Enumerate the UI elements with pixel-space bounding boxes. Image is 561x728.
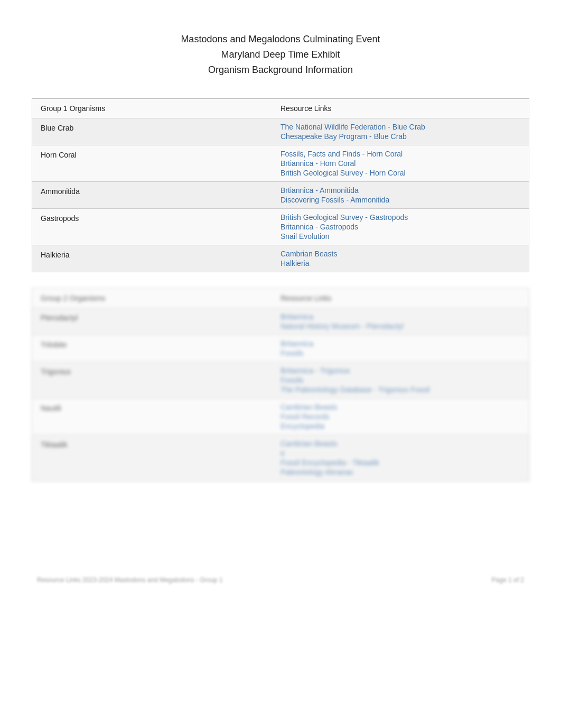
table-row: Tiktaalik Cambrian Beasts e Fossil Encyc… <box>32 435 529 481</box>
resource-links-bluecrab: The National Wildlife Federation - Blue … <box>280 123 520 141</box>
resource-links-trigonius: Britannica - Trigonius Fossils The Paleo… <box>280 366 520 394</box>
link-fossils-trigonius[interactable]: Fossils <box>280 376 520 384</box>
link-pd-trigonius[interactable]: The Paleontology Database - Trigonius Fo… <box>280 385 520 394</box>
table-row: Ammonitida Brtiannica - Ammonitida Disco… <box>32 181 529 208</box>
resource-links-ammonitida: Brtiannica - Ammonitida Discovering Foss… <box>280 186 520 204</box>
resource-links-halkieria: Cambrian Beasts Halkieria <box>280 250 520 268</box>
table-row: Pterodactyl Britannica Natural History M… <box>32 308 529 335</box>
link-bgs-horncoral[interactable]: British Geological Survey - Horn Coral <box>280 169 520 177</box>
footer: Resource Links 2023-2024 Mastodons and M… <box>32 576 529 584</box>
link-britannica-trilobite[interactable]: Britannica <box>280 339 520 348</box>
group1-table: Group 1 Organisms Resource Links Blue Cr… <box>32 98 529 272</box>
resource-links-pterodactyl: Britannica Natural History Museum - Pter… <box>280 312 520 330</box>
organism-name-gastropods: Gastropods <box>41 213 280 241</box>
link-fff-horncoral[interactable]: Fossils, Facts and Finds - Horn Coral <box>280 150 520 158</box>
header-line1: Mastodons and Megalodons Culminating Eve… <box>181 34 380 44</box>
resource-links-nautili: Cambrian Beasts Fossil Records Encyclope… <box>280 403 520 430</box>
link-bgs-gastropods[interactable]: British Geological Survey - Gastropods <box>280 213 520 222</box>
link-snailevolution[interactable]: Snail Evolution <box>280 232 520 241</box>
organism-name-tiktaalik: Tiktaalik <box>41 439 280 476</box>
group1-label: Group 1 Organisms <box>41 104 280 113</box>
link-enc-nautili[interactable]: Encyclopedia <box>280 422 520 430</box>
link-cb-tiktaalik[interactable]: Cambrian Beasts <box>280 439 520 448</box>
link-fe-tiktaalik[interactable]: Fossil Encyclopedia - Tiktaalik <box>280 458 520 467</box>
table-row: Nautili Cambrian Beasts Fossil Records E… <box>32 398 529 435</box>
link-britannica-ptero[interactable]: Britannica <box>280 312 520 321</box>
link-cb-nautili[interactable]: Cambrian Beasts <box>280 403 520 411</box>
group2-header-row: Group 2 Organisms Resource Links <box>32 289 529 308</box>
header-line3: Organism Background Information <box>208 64 353 75</box>
header-line2: Maryland Deep Time Exhibit <box>221 49 340 60</box>
organism-name-pterodactyl: Pterodactyl <box>41 312 280 330</box>
link-britannica-horncoral[interactable]: Brtiannica - Horn Coral <box>280 159 520 168</box>
organism-name-bluecrab: Blue Crab <box>41 123 280 141</box>
link-britannica-trigonius[interactable]: Britannica - Trigonius <box>280 366 520 375</box>
resource-links-gastropods: British Geological Survey - Gastropods B… <box>280 213 520 241</box>
group1-resource-label: Resource Links <box>280 104 520 113</box>
link-cbp-bluecrab[interactable]: Chesapeake Bay Program - Blue Crab <box>280 132 520 141</box>
link-e-tiktaalik[interactable]: e <box>280 449 520 457</box>
resource-links-trilobite: Britannica Fossils <box>280 339 520 357</box>
link-nwf-bluecrab[interactable]: The National Wildlife Federation - Blue … <box>280 123 520 131</box>
link-britannica-gastropods[interactable]: Britannica - Gastropods <box>280 223 520 231</box>
table-row: Halkieria Cambrian Beasts Halkieria <box>32 245 529 272</box>
organism-name-nautili: Nautili <box>41 403 280 430</box>
group2-resource-label: Resource Links <box>280 294 520 302</box>
group2-label: Group 2 Organisms <box>41 294 280 302</box>
organism-name-halkieria: Halkieria <box>41 250 280 268</box>
table-row: Trilobite Britannica Fossils <box>32 335 529 362</box>
link-df-ammonitida[interactable]: Discovering Fossils - Ammonitida <box>280 196 520 204</box>
table-row: Blue Crab The National Wildlife Federati… <box>32 118 529 145</box>
page-header: Mastodons and Megalodons Culminating Eve… <box>32 32 529 77</box>
link-cambrianbeasts-halkieria[interactable]: Cambrian Beasts <box>280 250 520 258</box>
group1-header-row: Group 1 Organisms Resource Links <box>32 99 529 118</box>
table-row: Trigonius Britannica - Trigonius Fossils… <box>32 362 529 398</box>
footer-right: Page 1 of 2 <box>492 576 524 584</box>
link-pa-tiktaalik[interactable]: Paleontology Almanac <box>280 468 520 476</box>
organism-name-ammonitida: Ammonitida <box>41 186 280 204</box>
link-nhm-ptero[interactable]: Natural History Museum - Pterodactyl <box>280 322 520 330</box>
resource-links-horncoral: Fossils, Facts and Finds - Horn Coral Br… <box>280 150 520 177</box>
group2-table: Group 2 Organisms Resource Links Pteroda… <box>32 288 529 481</box>
organism-name-horncoral: Horn Coral <box>41 150 280 177</box>
link-fossils-trilobite[interactable]: Fossils <box>280 349 520 357</box>
organism-name-trigonius: Trigonius <box>41 366 280 394</box>
link-fr-nautili[interactable]: Fossil Records <box>280 412 520 421</box>
link-halkieria[interactable]: Halkieria <box>280 259 520 268</box>
footer-left: Resource Links 2023-2024 Mastodons and M… <box>37 576 223 584</box>
table-row: Horn Coral Fossils, Facts and Finds - Ho… <box>32 145 529 181</box>
link-britannica-ammonitida[interactable]: Brtiannica - Ammonitida <box>280 186 520 195</box>
organism-name-trilobite: Trilobite <box>41 339 280 357</box>
table-row: Gastropods British Geological Survey - G… <box>32 208 529 245</box>
resource-links-tiktaalik: Cambrian Beasts e Fossil Encyclopedia - … <box>280 439 520 476</box>
